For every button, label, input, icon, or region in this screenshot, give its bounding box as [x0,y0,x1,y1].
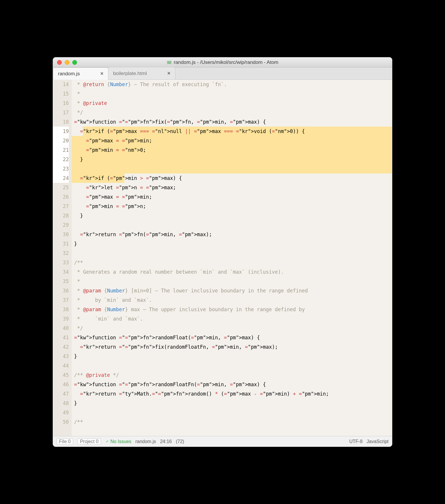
code-line[interactable]: ="kr">return ="pm">fn(="pm">min, ="pm">m… [72,230,392,239]
tab-label: random.js [58,71,80,77]
code-line[interactable]: ="pm">max = ="pm">min; [72,192,392,202]
issues-indicator[interactable]: No Issues [105,439,131,444]
line-number[interactable]: 23 [53,164,69,173]
code-line[interactable] [72,248,392,258]
code-line[interactable] [72,164,392,173]
line-number[interactable]: 44 [53,361,69,370]
line-number[interactable]: 21 [53,145,69,155]
line-number[interactable]: 30 [53,230,69,239]
code-line[interactable]: * [72,89,392,98]
line-number[interactable]: 49 [53,408,69,417]
tab-random-js[interactable]: random.js × [53,67,108,80]
code-line[interactable]: ="kr">return ="ty">Math.="="pm">fn">rand… [72,389,392,399]
code-line[interactable]: /** @private */ [72,370,392,380]
code-line[interactable]: } [72,399,392,408]
code-line[interactable]: * @param {Number} [min=0] – The lower in… [72,286,392,295]
code-line[interactable]: /** [72,417,392,427]
code-area[interactable]: * @return {Number} – The result of execu… [72,80,392,436]
window-title: random.js - /Users/mikol/src/wip/random … [53,59,392,65]
project-lint-badge[interactable]: Project 0 [77,438,101,445]
line-number[interactable]: 32 [53,248,69,258]
line-number[interactable]: 45 [53,370,69,380]
line-number[interactable]: 43 [53,352,69,361]
status-encoding[interactable]: UTF-8 [349,439,362,444]
code-line[interactable]: * @param {Number} max – The upper inclus… [72,305,392,314]
file-lint-badge[interactable]: File 0 [57,438,73,445]
svg-point-1 [167,60,172,64]
code-line[interactable]: ="kw">function ="="pm">fn">randomFloatFn… [72,380,392,389]
code-line[interactable]: */ [72,108,392,117]
line-number[interactable]: 17 [53,108,69,117]
line-number[interactable]: 39 [53,314,69,323]
code-line[interactable]: * [72,277,392,286]
code-line[interactable]: /** [72,258,392,267]
code-line[interactable]: * @private [72,98,392,108]
code-line[interactable]: * `min` and `max`. [72,314,392,323]
titlebar[interactable]: random.js - /Users/mikol/src/wip/random … [53,57,392,67]
line-number[interactable]: 20 [53,136,69,145]
line-number[interactable]: 46 [53,380,69,389]
line-number[interactable]: 38 [53,305,69,314]
code-line[interactable]: * by `min` and `max`. [72,295,392,305]
line-number[interactable]: 24 [53,173,69,183]
status-grammar[interactable]: JavaScript [367,439,388,444]
tab-label: boilerplate.html [113,71,147,76]
tab-boilerplate-html[interactable]: boilerplate.html × [108,67,175,79]
code-line[interactable]: ="pm">min = ="nm">0; [72,145,392,155]
line-number[interactable]: 34 [53,267,69,277]
code-line[interactable]: */ [72,323,392,333]
atom-icon [167,60,172,65]
code-line[interactable]: ="pm">min = ="pm">n; [72,202,392,211]
line-number[interactable]: 50 [53,417,69,427]
svg-point-0 [169,62,170,63]
line-number[interactable]: 29 [53,220,69,230]
code-line[interactable]: } [72,155,392,164]
code-line[interactable]: ="pm">max = ="pm">min; [72,136,392,145]
line-number[interactable]: 40 [53,323,69,333]
line-number[interactable]: 16 [53,98,69,108]
line-number[interactable]: 41 [53,333,69,342]
line-number[interactable]: 36 [53,286,69,295]
line-number-gutter[interactable]: 1415161718192021222324252627282930313233… [53,80,72,436]
code-line[interactable] [72,408,392,417]
line-number[interactable]: 14 [53,80,69,89]
code-line[interactable]: ="kr">return ="="pm">fn">fix(randomFloat… [72,342,392,352]
code-line[interactable]: * Generates a random real number between… [72,267,392,277]
line-number[interactable]: 22 [53,155,69,164]
line-number[interactable]: 35 [53,277,69,286]
maximize-icon[interactable] [72,60,77,65]
minimize-icon[interactable] [65,60,69,65]
close-icon[interactable]: × [100,71,104,77]
line-number[interactable]: 33 [53,258,69,267]
code-line[interactable] [72,220,392,230]
code-line[interactable]: ="kr">if (="pm">max === ="nl">null || ="… [72,127,392,136]
code-line[interactable]: } [72,211,392,220]
line-number[interactable]: 15 [53,89,69,98]
line-number[interactable]: 27 [53,202,69,211]
line-number[interactable]: 19 [53,127,69,136]
line-number[interactable]: 26 [53,192,69,202]
close-icon[interactable]: × [167,70,170,76]
code-line[interactable]: ="kw">function ="="pm">fn">randomFloat(=… [72,333,392,342]
line-number[interactable]: 18 [53,117,69,127]
line-number[interactable]: 42 [53,342,69,352]
close-icon[interactable] [57,60,62,65]
code-line[interactable]: } [72,239,392,248]
code-line[interactable]: ="kr">if (="pm">min > ="pm">max) { [72,173,392,183]
line-number[interactable]: 31 [53,239,69,248]
code-line[interactable]: } [72,352,392,361]
code-line[interactable] [72,361,392,370]
check-icon [105,440,109,444]
line-number[interactable]: 37 [53,295,69,305]
status-filename[interactable]: random.js [135,439,156,444]
code-line[interactable]: ="kr">let ="pm">n = ="pm">max; [72,183,392,192]
line-number[interactable]: 47 [53,389,69,399]
code-line[interactable]: * @return {Number} – The result of execu… [72,80,392,89]
status-cursor[interactable]: 24:16 [160,439,172,444]
window-controls [53,60,77,65]
text-editor[interactable]: 1415161718192021222324252627282930313233… [53,80,392,436]
code-line[interactable]: ="kw">function ="="pm">fn">fix(="pm">fn,… [72,117,392,127]
line-number[interactable]: 28 [53,211,69,220]
line-number[interactable]: 48 [53,399,69,408]
line-number[interactable]: 25 [53,183,69,192]
